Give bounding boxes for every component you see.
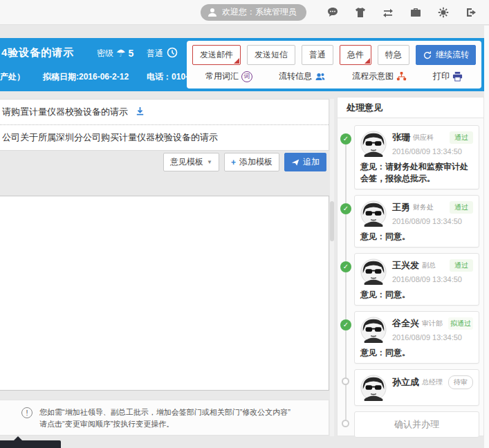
- opinion-row: 孙立成 总经理 待审: [340, 369, 479, 406]
- timeline-marker: ✓: [340, 133, 351, 144]
- word-circle-icon: 词: [241, 71, 252, 82]
- avatar: [360, 131, 387, 157]
- user-welcome-pill[interactable]: 欢迎您：系统管理员: [201, 4, 306, 21]
- clock-icon: [167, 47, 178, 60]
- header-action-panel: 发送邮件 发送短信 普通 急件 特急 继续流转 常用词汇 词 流转信息: [187, 41, 481, 88]
- draft-date: 拟稿日期:2016-06-2-12: [43, 71, 129, 83]
- app-window: 欢迎您：系统管理员 4验设备的请示 密级 ☂ 5 普通: [0, 0, 489, 448]
- confirm-button[interactable]: 确认并办理: [354, 411, 479, 438]
- attachment-title[interactable]: 请购置计量仪器校验设备的请示: [2, 106, 128, 118]
- window-scrollbar[interactable]: [484, 26, 489, 448]
- user-icon: [206, 6, 218, 18]
- avatar: [360, 375, 387, 401]
- approver-name: 王勇: [392, 201, 410, 214]
- timeline-marker: ✓: [340, 319, 351, 330]
- print-link[interactable]: 打印: [433, 71, 463, 82]
- approver-dept: 财务处: [413, 203, 434, 212]
- hint-panel: ! 您如需“增加社领导、副总工批示，增加会签部门或相关部门”修改公文内容” 请点…: [0, 400, 329, 436]
- continue-flow-button[interactable]: 继续流转: [416, 45, 476, 65]
- people-icon: [315, 71, 326, 82]
- swap-arrows-icon[interactable]: [382, 6, 394, 18]
- avatar: [360, 259, 387, 285]
- opinion-card[interactable]: 孙立成 总经理 待审: [354, 369, 479, 406]
- security-level: 密级 ☂ 5: [97, 47, 133, 59]
- message-icon[interactable]: [326, 6, 338, 18]
- refresh-icon: [423, 50, 432, 60]
- flow-info-link[interactable]: 流转信息: [279, 71, 326, 82]
- top-bar: 欢迎您：系统管理员: [0, 0, 489, 25]
- opinion-row: ✓ 张珊 供应科: [340, 125, 479, 189]
- opinion-toolbar: 意见模板 ▼ + 添加模板 追加: [0, 153, 326, 171]
- timeline-marker: ✓: [340, 261, 351, 272]
- opinion-card[interactable]: 王兴发 副总 通过 2016/08/09 13:34:50 意见：同意。: [354, 253, 479, 306]
- status-badge: 拟通过: [448, 317, 473, 330]
- append-button[interactable]: 追加: [284, 153, 326, 171]
- confirm-row: 确认并办理: [340, 411, 479, 438]
- download-icon[interactable]: [135, 106, 145, 118]
- priority-normal-button[interactable]: 普通: [302, 45, 333, 65]
- plus-icon: +: [231, 158, 236, 167]
- document-header: 4验设备的请示 密级 ☂ 5 普通 产处） 拟稿日期:2016-06-2-12 …: [0, 38, 489, 91]
- opinion-time: 2016/08/09 13:34:50: [392, 217, 473, 225]
- timeline-marker: [342, 420, 349, 427]
- theme-shirt-icon[interactable]: [354, 6, 366, 18]
- umbrella-icon: ☂: [116, 47, 125, 59]
- opinion-template-dropdown[interactable]: 意见模板 ▼: [163, 153, 219, 171]
- common-phrases-link[interactable]: 常用词汇 词: [205, 71, 252, 82]
- approver-dept: 总经理: [422, 377, 443, 387]
- org-text: 产处）: [0, 71, 25, 83]
- opinion-text: 意见：请财务处和监察审计处会签，报徐总批示。: [360, 161, 473, 185]
- add-template-button[interactable]: + 添加模板: [224, 153, 279, 171]
- status-badge: 通过: [450, 131, 473, 144]
- approver-dept: 副总: [422, 261, 436, 270]
- approval-timeline: ✓ 张珊 供应科: [338, 118, 483, 438]
- opinion-row: ✓ 王兴发 副总: [340, 253, 479, 306]
- approver-name: 谷全兴: [392, 317, 419, 330]
- chevron-down-icon: ▼: [207, 159, 212, 165]
- bottom-tooltip: [0, 440, 61, 448]
- hint-line-2: 请点击“变更审阅顺序”按执行变更操作。: [39, 418, 290, 430]
- flow-diagram-link[interactable]: 流程示意图: [352, 71, 407, 82]
- security-level-value: 5: [128, 48, 133, 59]
- hint-line-1: 您如需“增加社领导、副总工批示，增加会签部门或相关部门”修改公文内容”: [39, 407, 290, 418]
- opinion-editor[interactable]: [0, 196, 329, 391]
- status-badge: 待审: [448, 375, 473, 389]
- opinion-text: 意见：同意。: [360, 289, 473, 301]
- status-badge: 通过: [450, 201, 473, 214]
- approver-dept: 审计部: [422, 319, 443, 328]
- settings-gear-icon[interactable]: [437, 6, 449, 18]
- opinion-text: 意见：同意。: [360, 347, 473, 359]
- avatar: [360, 317, 387, 343]
- document-subject: 公司关于所属深圳分公司购买计量仪器校验设备的请示: [2, 131, 218, 144]
- approver-name: 王兴发: [392, 259, 419, 272]
- opinion-row: ✓ 谷全兴 审计部: [340, 311, 479, 364]
- printer-icon: [452, 71, 463, 82]
- info-icon: !: [21, 407, 33, 418]
- document-title: 4验设备的请示: [1, 46, 74, 59]
- briefcase-icon[interactable]: [409, 6, 421, 18]
- priority-urgent-button[interactable]: 急件: [340, 45, 371, 65]
- content-scrollbar[interactable]: [330, 99, 334, 436]
- scrollbar-thumb[interactable]: [330, 201, 334, 241]
- opinion-card[interactable]: 王勇 财务处 通过 2016/08/09 13:34:50 意见：同意。: [354, 195, 479, 248]
- send-sms-button[interactable]: 发送短信: [247, 45, 295, 65]
- opinion-time: 2016/08/09 13:34:50: [392, 275, 473, 283]
- priority-indicator: 普通: [147, 47, 178, 60]
- send-email-button[interactable]: 发送邮件: [192, 45, 241, 65]
- opinions-sidebar: 处理意见 ✓ 张珊: [337, 97, 484, 436]
- document-summary-card: 请购置计量仪器校验设备的请示 公司关于所属深圳分公司购买计量仪器校验设备的请示: [0, 99, 329, 151]
- approver-name: 张珊: [392, 131, 410, 144]
- logout-icon[interactable]: [465, 6, 477, 18]
- timeline-marker: ✓: [340, 203, 351, 214]
- opinions-title: 处理意见: [338, 97, 483, 118]
- opinion-card[interactable]: 谷全兴 审计部 拟通过 2016/08/09 13:34:50 意见：同意。: [354, 311, 479, 364]
- timeline-marker: [342, 377, 349, 385]
- opinion-card[interactable]: 张珊 供应科 通过 2016/08/09 13:34:50 意见：请财务处和监察…: [354, 125, 479, 189]
- opinion-time: 2016/08/09 13:34:50: [392, 333, 473, 342]
- status-badge: 通过: [450, 259, 473, 272]
- approver-name: 孙立成: [392, 376, 419, 389]
- opinion-row: ✓ 王勇 财务处: [340, 195, 479, 248]
- opinion-text: 意见：同意。: [360, 231, 473, 243]
- approver-dept: 供应科: [413, 133, 434, 142]
- priority-extra-urgent-button[interactable]: 特急: [378, 45, 409, 65]
